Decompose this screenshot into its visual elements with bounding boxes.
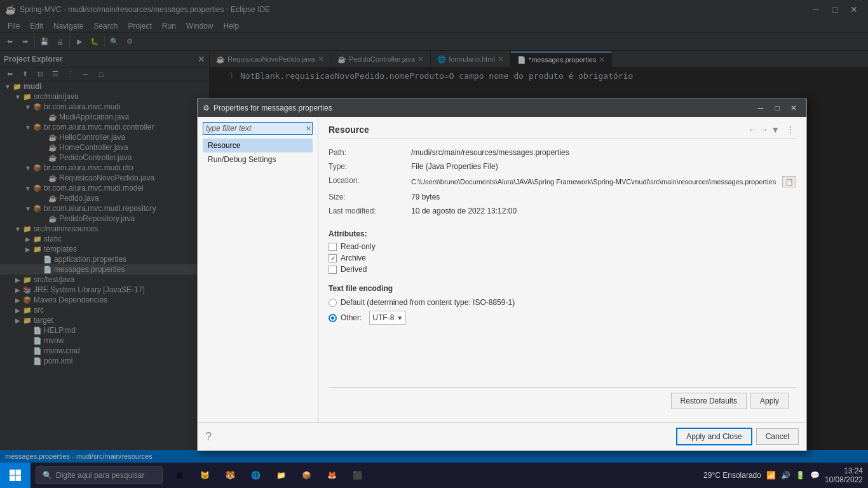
type-value: File (Java Properties File) bbox=[411, 161, 796, 172]
encoding-select[interactable]: UTF-8 ▼ bbox=[369, 311, 406, 325]
location-row: C:\Users\bruno\Documents\Alura\JAVA\Spri… bbox=[411, 175, 796, 189]
taskbar-edge[interactable]: 🌐 bbox=[244, 464, 267, 487]
taskbar-clock[interactable]: 13:24 10/08/2022 bbox=[825, 466, 863, 484]
encoding-dropdown-icon[interactable]: ▼ bbox=[397, 315, 403, 322]
nav-run-debug[interactable]: Run/Debug Settings bbox=[203, 152, 313, 166]
archive-checkbox[interactable] bbox=[329, 254, 337, 262]
apply-button[interactable]: Apply bbox=[750, 393, 789, 409]
apply-and-close-button[interactable]: Apply and Close bbox=[676, 428, 752, 445]
encoding-other-row: Other: UTF-8 ▼ bbox=[329, 311, 796, 325]
nav-menu-icon[interactable]: ⋮ bbox=[785, 125, 796, 135]
spacer bbox=[329, 329, 796, 387]
taskbar-date: 10/08/2022 bbox=[825, 475, 863, 484]
svg-rect-0 bbox=[10, 470, 15, 475]
derived-checkbox[interactable] bbox=[329, 266, 337, 274]
size-label: Size: bbox=[329, 191, 411, 203]
dialog-footer: Restore Defaults Apply bbox=[329, 387, 796, 414]
encoding-other-radio[interactable] bbox=[329, 314, 337, 322]
restore-defaults-button[interactable]: Restore Defaults bbox=[671, 393, 747, 409]
taskbar-terminal[interactable]: ⬛ bbox=[346, 464, 369, 487]
dialog-body: ✕ Resource Run/Debug Settings Resource ←… bbox=[198, 117, 806, 422]
taskbar-search-placeholder: Digite aqui para pesquisar bbox=[56, 471, 144, 480]
size-value: 79 bytes bbox=[411, 191, 796, 203]
filter-input[interactable] bbox=[203, 123, 304, 134]
dialog-title-icon: ⚙ bbox=[203, 104, 210, 112]
taskbar-apps: ⊞ 🐱 🐯 🌐 📁 📦 🦊 ⬛ bbox=[168, 464, 369, 487]
nav-forward-arrow[interactable]: → bbox=[758, 125, 770, 135]
readonly-label: Read-only bbox=[341, 242, 376, 251]
taskbar-taskview[interactable]: ⊞ bbox=[168, 464, 191, 487]
properties-dialog: ⚙ Properties for messages.properties ─ □… bbox=[197, 98, 807, 451]
dialog-title-bar: ⚙ Properties for messages.properties ─ □… bbox=[198, 99, 806, 117]
dialog-minimize-button[interactable]: ─ bbox=[753, 100, 768, 116]
taskbar-search-box[interactable]: 🔍 Digite aqui para pesquisar bbox=[36, 466, 163, 484]
svg-rect-3 bbox=[16, 476, 22, 482]
cancel-button[interactable]: Cancel bbox=[756, 428, 799, 445]
nav-arrows: ← → ▼ ⋮ bbox=[747, 125, 796, 135]
archive-label: Archive bbox=[341, 254, 366, 262]
taskbar-time: 13:24 bbox=[825, 466, 863, 475]
taskbar-network-icon: 📶 bbox=[766, 471, 776, 480]
dialog-maximize-button[interactable]: □ bbox=[770, 100, 785, 116]
taskbar-temperature: 29°C Ensolarado bbox=[703, 471, 761, 480]
props-table: Path: /mudi/src/main/resources/messages.… bbox=[329, 147, 796, 217]
lastmod-label: Last modified: bbox=[329, 205, 411, 217]
taskbar-battery-icon: 🔋 bbox=[796, 471, 805, 480]
windows-logo-icon bbox=[9, 469, 22, 482]
taskbar: 🔍 Digite aqui para pesquisar ⊞ 🐱 🐯 🌐 📁 📦… bbox=[0, 463, 868, 488]
path-value: /mudi/src/main/resources/messages.proper… bbox=[411, 147, 796, 158]
type-label: Type: bbox=[329, 161, 411, 172]
nav-back-arrow[interactable]: ← bbox=[747, 125, 758, 135]
lastmod-value: 10 de agosto de 2022 13:12:00 bbox=[411, 205, 796, 217]
help-icon[interactable]: ? bbox=[205, 430, 212, 444]
encoding-default-radio[interactable] bbox=[329, 299, 337, 307]
taskbar-app-animal1[interactable]: 🐱 bbox=[193, 464, 216, 487]
readonly-row: Read-only bbox=[329, 242, 796, 251]
nav-dropdown-arrow[interactable]: ▼ bbox=[770, 125, 781, 135]
taskbar-sound-icon: 🔊 bbox=[781, 471, 790, 480]
derived-label: Derived bbox=[341, 265, 367, 274]
dialog-close-button[interactable]: ✕ bbox=[786, 100, 801, 116]
attributes-section: Attributes: Read-only Archive Derived bbox=[329, 229, 796, 276]
start-button[interactable] bbox=[0, 463, 31, 488]
dialog-bottom-footer: ? Apply and Close Cancel bbox=[198, 422, 806, 451]
dialog-content-panel: Resource ← → ▼ ⋮ Path: /mudi/src/main/re… bbox=[318, 117, 806, 422]
derived-row: Derived bbox=[329, 265, 796, 274]
encoding-other-label: Other: bbox=[341, 313, 362, 322]
readonly-checkbox[interactable] bbox=[329, 243, 337, 251]
location-value: C:\Users\bruno\Documents\Alura\JAVA\Spri… bbox=[411, 178, 777, 186]
filter-clear-button[interactable]: ✕ bbox=[304, 123, 312, 133]
encoding-default-label: Default (determined from content type: I… bbox=[341, 298, 515, 307]
taskbar-notification-icon[interactable]: 💬 bbox=[810, 471, 820, 480]
dialog-title-controls: ─ □ ✕ bbox=[753, 100, 801, 116]
taskbar-explorer[interactable]: 📁 bbox=[269, 464, 292, 487]
attributes-title: Attributes: bbox=[329, 229, 796, 238]
taskbar-firefox[interactable]: 🦊 bbox=[320, 464, 343, 487]
taskbar-right: 29°C Ensolarado 📶 🔊 🔋 💬 13:24 10/08/2022 bbox=[703, 466, 868, 484]
encoding-select-value: UTF-8 bbox=[372, 313, 394, 322]
taskbar-app-box[interactable]: 📦 bbox=[295, 464, 318, 487]
encoding-default-row: Default (determined from content type: I… bbox=[329, 298, 796, 307]
taskbar-search-icon: 🔍 bbox=[43, 471, 52, 480]
dialog-nav-panel: ✕ Resource Run/Debug Settings bbox=[198, 117, 318, 422]
location-label: Location: bbox=[329, 175, 411, 189]
taskbar-app-animal2[interactable]: 🐯 bbox=[219, 464, 241, 487]
dialog-section-title: Resource bbox=[329, 125, 369, 135]
nav-resource[interactable]: Resource bbox=[203, 139, 313, 152]
location-browse-button[interactable]: 📋 bbox=[782, 176, 796, 187]
filter-box[interactable]: ✕ bbox=[203, 122, 313, 135]
path-label: Path: bbox=[329, 147, 411, 158]
svg-rect-2 bbox=[10, 476, 15, 482]
dialog-title-text: Properties for messages.properties bbox=[214, 104, 753, 112]
svg-rect-1 bbox=[16, 470, 22, 475]
encoding-title: Text file encoding bbox=[329, 284, 796, 293]
encoding-section: Text file encoding Default (determined f… bbox=[329, 284, 796, 329]
archive-row: Archive bbox=[329, 254, 796, 262]
